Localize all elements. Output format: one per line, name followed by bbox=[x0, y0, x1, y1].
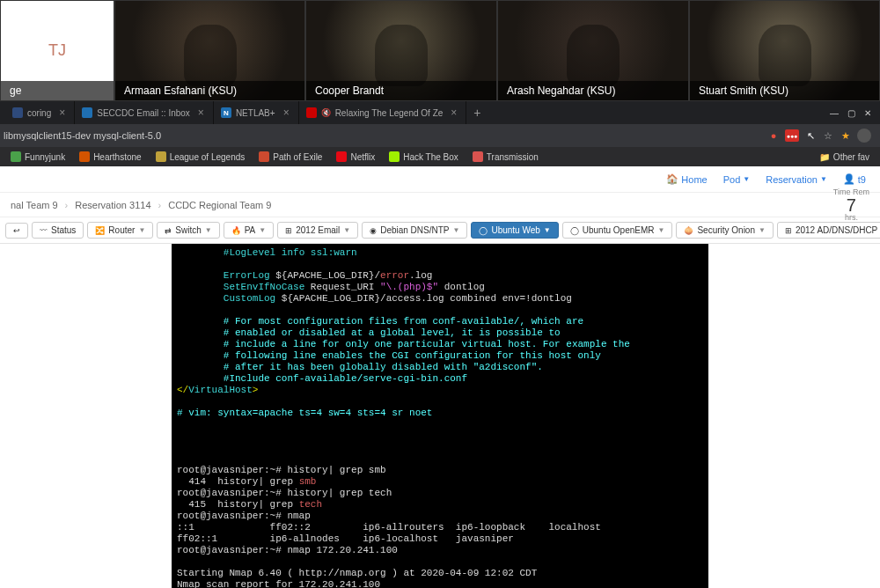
terminal-text-span: # vim: syntax=apache ts=4 sw=4 sts=4 sr … bbox=[177, 408, 432, 418]
new-tab-button[interactable]: + bbox=[466, 101, 488, 124]
caret-down-icon: ▼ bbox=[205, 226, 212, 234]
device-button[interactable]: ◯Ubuntu OpenEMR▼ bbox=[562, 222, 673, 239]
device-button-label: Router bbox=[108, 225, 135, 235]
terminal-line: root@javasniper:~# nmap 172.20.241.100 bbox=[177, 545, 703, 556]
bookmark-item[interactable]: Hack The Box bbox=[384, 147, 464, 166]
close-tab-icon[interactable]: × bbox=[451, 107, 457, 119]
browser-tab-bar: coring×SECCDC Email :: Inbox×NNETLAB+×🔇R… bbox=[0, 101, 880, 124]
fw-icon: 🔥 bbox=[231, 226, 241, 235]
person-silhouette bbox=[184, 25, 237, 86]
video-tile[interactable]: Stuart Smith (KSU) bbox=[689, 0, 880, 101]
onion-icon: 🧅 bbox=[684, 226, 693, 235]
terminal-text-span: # For most configuration files from conf… bbox=[224, 316, 583, 327]
tab-title: NETLAB+ bbox=[236, 108, 275, 118]
person-silhouette bbox=[375, 25, 428, 86]
terminal-text-span: ::1 ff02::2 ip6-allrouters ip6-loopback … bbox=[177, 522, 601, 533]
device-button-label: 2012 Email bbox=[296, 225, 340, 235]
favicon-icon bbox=[82, 107, 92, 118]
breadcrumb-item[interactable]: nal Team 9 bbox=[11, 200, 58, 210]
bookmark-label: League of Legends bbox=[170, 152, 246, 162]
terminal-screen[interactable]: #LogLevel info ssl:warn ErrorLog ${APACH… bbox=[172, 244, 708, 588]
device-button[interactable]: 🔥PA▼ bbox=[224, 222, 275, 239]
caret-down-icon: ▼ bbox=[657, 226, 664, 234]
bookmark-item[interactable]: Transmission bbox=[467, 147, 544, 166]
video-tile[interactable]: Arash Negahdar (KSU) bbox=[497, 0, 689, 101]
nav-user-menu[interactable]: 👤 t9 bbox=[838, 173, 871, 185]
bookmark-item[interactable]: Netflix bbox=[331, 147, 380, 166]
time-remaining: Time Rem 7 hrs. bbox=[833, 188, 869, 222]
folder-icon: 📁 bbox=[819, 152, 830, 162]
terminal-text-span: # after it has been globally disabled wi… bbox=[224, 362, 543, 372]
browser-tab[interactable]: SECCDC Email :: Inbox× bbox=[75, 101, 214, 124]
bookmark-item[interactable]: Funnyjunk bbox=[5, 147, 70, 166]
video-tile[interactable]: TJge bbox=[0, 0, 114, 101]
browser-tab[interactable]: coring× bbox=[5, 101, 75, 124]
terminal-line: # include a line for only one particular… bbox=[177, 339, 703, 350]
close-window-icon[interactable]: ✕ bbox=[864, 108, 871, 118]
terminal-text-span: .log bbox=[409, 270, 432, 281]
address-text[interactable]: libmysqlclient15-dev mysql-client-5.0 bbox=[4, 130, 161, 141]
terminal-line bbox=[177, 305, 703, 316]
terminal-text-span bbox=[177, 316, 224, 327]
browser-tab[interactable]: 🔇Relaxing The Legend Of Ze× bbox=[299, 101, 467, 124]
win-icon: ⊞ bbox=[285, 226, 292, 235]
extension-lastpass-icon[interactable]: ●●● bbox=[785, 129, 799, 142]
terminal-line: </VirtualHost> bbox=[177, 385, 703, 396]
device-button[interactable]: 🔀Router▼ bbox=[87, 222, 153, 239]
device-button[interactable]: ⊞2012 AD/DNS/DHCP▼ bbox=[777, 222, 880, 239]
device-button[interactable]: ↩ bbox=[5, 223, 28, 239]
home-icon: 🏠 bbox=[666, 173, 678, 185]
video-tile[interactable]: Armaan Esfahani (KSU) bbox=[114, 0, 305, 101]
breadcrumb-item[interactable]: CCDC Regional Team 9 bbox=[168, 200, 271, 210]
minimize-icon[interactable]: — bbox=[830, 108, 839, 118]
bookmark-star-icon[interactable]: ★ bbox=[840, 129, 852, 142]
breadcrumb-bar: nal Team 9›Reservation 3114›CCDC Regiona… bbox=[0, 193, 880, 217]
maximize-icon[interactable]: ▢ bbox=[847, 108, 855, 118]
extension-red-dot-icon[interactable]: ● bbox=[767, 129, 780, 142]
terminal-line: 415 history| grep tech bbox=[177, 499, 703, 511]
caret-down-icon: ▼ bbox=[343, 226, 350, 234]
nav-home[interactable]: 🏠 Home bbox=[661, 173, 712, 185]
terminal-text-span: smb bbox=[299, 476, 317, 487]
device-button[interactable]: ⇄Switch▼ bbox=[157, 222, 219, 239]
breadcrumb-separator-icon: › bbox=[158, 200, 162, 210]
terminal-text-span: "\.(php)$" bbox=[380, 282, 438, 292]
nav-home-label: Home bbox=[681, 174, 707, 185]
nav-pod[interactable]: Pod ▼ bbox=[718, 174, 756, 185]
device-button[interactable]: ◯Ubuntu Web▼ bbox=[471, 222, 558, 239]
device-button[interactable]: 〰Status bbox=[32, 222, 84, 239]
browser-tab[interactable]: NNETLAB+× bbox=[214, 101, 299, 124]
bookmark-favicon-icon bbox=[259, 151, 269, 162]
device-button[interactable]: ⊞2012 Email▼ bbox=[277, 222, 358, 239]
terminal-line: # enabled or disabled at a global level,… bbox=[177, 327, 703, 339]
device-button-label: Ubuntu OpenEMR bbox=[583, 225, 655, 235]
bookmark-item[interactable]: League of Legends bbox=[150, 147, 251, 166]
terminal-line: ::1 ff02::2 ip6-allrouters ip6-loopback … bbox=[177, 522, 703, 533]
terminal-text-span: root@javasniper:~# history| grep smb bbox=[177, 465, 386, 475]
bookmark-star-outline-icon[interactable]: ☆ bbox=[822, 129, 834, 142]
device-button[interactable]: ◉Debian DNS/NTP▼ bbox=[362, 222, 467, 239]
favicon-icon bbox=[306, 107, 317, 118]
video-tile[interactable]: Cooper Brandt bbox=[305, 0, 497, 101]
bookmark-item[interactable]: Path of Exile bbox=[253, 147, 327, 166]
caret-down-icon: ▼ bbox=[759, 226, 766, 234]
bookmark-item[interactable]: Hearthstone bbox=[74, 147, 146, 166]
device-button-label: Debian DNS/NTP bbox=[380, 225, 449, 235]
terminal-text-span: root@javasniper:~# history| grep tech bbox=[177, 488, 392, 498]
ubuntu-icon: ◯ bbox=[479, 226, 488, 235]
participant-name-label: Armaan Esfahani (KSU) bbox=[115, 81, 304, 100]
close-tab-icon[interactable]: × bbox=[59, 107, 65, 119]
device-button[interactable]: 🧅Security Onion▼ bbox=[676, 222, 774, 239]
profile-avatar-icon[interactable] bbox=[857, 129, 871, 143]
terminal-text-span: tech bbox=[299, 499, 322, 510]
close-tab-icon[interactable]: × bbox=[198, 107, 204, 119]
breadcrumb-item[interactable]: Reservation 3114 bbox=[75, 200, 150, 210]
terminal-line: SetEnvIfNoCase Request_URI "\.(php)$" do… bbox=[177, 282, 703, 293]
caret-down-icon: ▼ bbox=[544, 226, 551, 234]
nav-reservation[interactable]: Reservation ▼ bbox=[760, 174, 832, 185]
close-tab-icon[interactable]: × bbox=[283, 107, 290, 119]
terminal-line: # For most configuration files from conf… bbox=[177, 316, 703, 327]
terminal-text-span bbox=[177, 373, 224, 384]
pulse-icon: 〰 bbox=[40, 226, 48, 235]
other-bookmarks-folder[interactable]: 📁 Other fav bbox=[814, 147, 875, 166]
